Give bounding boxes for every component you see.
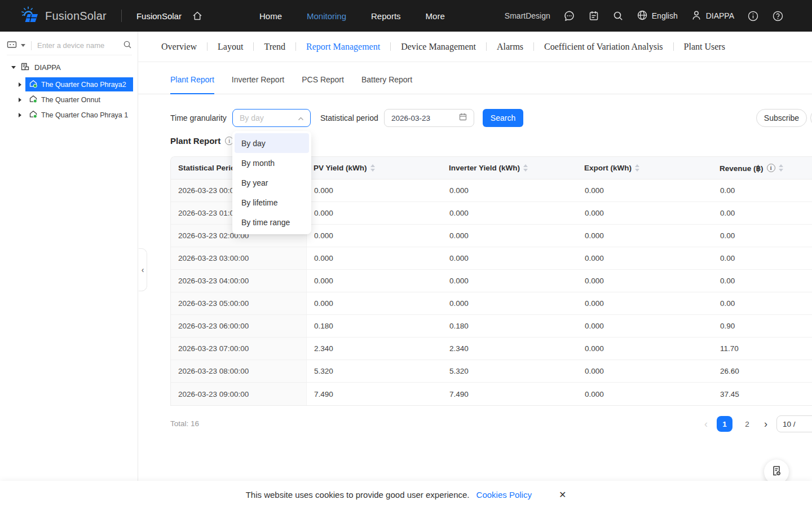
nav-menu-item[interactable]: More [426, 11, 445, 21]
chevron-up-icon [298, 113, 304, 123]
plant-name: The Quarter Onnut [41, 96, 100, 104]
prev-page-button[interactable]: ‹ [702, 418, 710, 430]
column-label: Revenue (฿) [720, 164, 764, 173]
cookie-banner: This website uses cookies to provide goo… [0, 481, 812, 508]
cell-inverter-yield: 0.180 [442, 315, 577, 337]
plant-tab[interactable]: Report Management [285, 42, 380, 52]
cookies-policy-link[interactable]: Cookies Policy [476, 490, 532, 500]
total-count: Total: 16 [170, 415, 199, 433]
cell-pv-yield: 0.000 [307, 179, 442, 202]
device-search-input[interactable]: Enter a device name [37, 41, 120, 50]
column-label: PV Yield (kWh) [314, 164, 367, 172]
dropdown-option[interactable]: By day [235, 133, 309, 153]
plant-tab[interactable]: Trend [243, 42, 285, 52]
sort-icon[interactable] [523, 164, 528, 172]
subscribe-button[interactable]: Subscribe [756, 109, 807, 127]
plant-item[interactable]: The Quarter Chao Phraya 1 [25, 108, 133, 122]
table-row[interactable]: 2026-03-23 07:00:00 2.340 2.340 0.000 11… [171, 338, 812, 360]
cell-export: 0.000 [577, 247, 713, 269]
cell-inverter-yield: 5.320 [442, 360, 577, 382]
chat-icon[interactable] [563, 10, 575, 22]
home-icon[interactable] [192, 10, 203, 21]
calendar-icon[interactable] [588, 10, 599, 21]
cell-statistical-period: 2026-03-23 03:00:00 [171, 247, 307, 269]
report-title: Plant Report [170, 136, 220, 146]
user-menu[interactable]: DIAPPA [691, 10, 734, 23]
dropdown-option[interactable]: By year [235, 173, 309, 192]
chevron-down-icon[interactable] [21, 44, 25, 47]
sidebar-search-icon[interactable] [123, 40, 132, 51]
pagination: ‹ 1 2 › 10 / [702, 415, 812, 433]
table-row[interactable]: 2026-03-23 05:00:00 0.000 0.000 0.000 0.… [171, 292, 812, 315]
tree-node-company[interactable]: DIAPPA [0, 60, 138, 75]
report-subtab[interactable]: PCS Report [302, 75, 344, 94]
column-label: Statistical Period [178, 164, 240, 172]
table-row[interactable]: 2026-03-23 04:00:00 0.000 0.000 0.000 0.… [171, 270, 812, 292]
sort-icon[interactable] [779, 164, 783, 172]
header-divider [121, 10, 122, 22]
help-icon[interactable] [772, 10, 784, 22]
table-header-cell: Export (kWh) i [577, 157, 712, 179]
cell-revenue: 0.00 [713, 179, 812, 202]
plant-item[interactable]: The Quarter Onnut [25, 93, 133, 107]
search-icon[interactable] [612, 10, 624, 21]
plant-tab[interactable]: Layout [197, 42, 243, 52]
plant-tab[interactable]: Plant Users [663, 42, 725, 52]
tree-collapse-icon[interactable] [19, 98, 21, 102]
language-label: English [652, 11, 678, 20]
close-icon[interactable]: ✕ [559, 489, 566, 500]
tree-expand-icon[interactable] [11, 66, 16, 69]
table-row[interactable]: 2026-03-23 08:00:00 5.320 5.320 0.000 26… [171, 360, 812, 383]
cell-revenue: 26.60 [713, 360, 812, 382]
cell-inverter-yield: 0.000 [442, 247, 577, 269]
plant-item[interactable]: The Quarter Chao Phraya2 [25, 77, 133, 91]
plant-tab[interactable]: Coefficient of Variation Analysis [523, 42, 663, 52]
plant-house-icon [29, 110, 38, 121]
page-size-select[interactable]: 10 / [776, 415, 812, 432]
device-type-icon[interactable] [7, 40, 17, 51]
sidebar-collapse-button[interactable]: ‹ [138, 248, 147, 291]
cell-inverter-yield: 0.000 [442, 225, 577, 247]
dropdown-option[interactable]: By time range [235, 212, 309, 232]
report-title-row: Plant Report i [170, 136, 233, 146]
plant-tabs: Overview Layout Trend Report Management … [138, 32, 812, 62]
nav-menu-item[interactable]: Home [259, 11, 282, 21]
plant-tab[interactable]: Overview [161, 42, 197, 52]
report-subtab[interactable]: Plant Report [170, 75, 214, 94]
nav-menu-item[interactable]: Monitoring [307, 11, 346, 21]
page-number-button[interactable]: 1 [717, 416, 732, 432]
search-button[interactable]: Search [483, 109, 523, 127]
report-subtab[interactable]: Battery Report [361, 75, 412, 94]
report-subtab[interactable]: Inverter Report [232, 75, 284, 94]
nav-menu-item[interactable]: Reports [371, 11, 401, 21]
table-row[interactable]: 2026-03-23 03:00:00 0.000 0.000 0.000 0.… [171, 247, 812, 270]
globe-icon [637, 10, 648, 23]
plant-tab[interactable]: Device Management [380, 42, 476, 52]
sort-icon[interactable] [635, 164, 639, 172]
cell-export: 0.000 [577, 202, 713, 224]
cell-pv-yield: 0.000 [307, 292, 442, 314]
cell-revenue: 37.45 [713, 383, 812, 405]
next-page-button[interactable]: › [762, 418, 770, 430]
statistical-period-input[interactable]: 2026-03-23 [384, 109, 474, 127]
smartdesign-link[interactable]: SmartDesign [505, 11, 550, 20]
language-selector[interactable]: English [637, 10, 678, 23]
table-row[interactable]: 2026-03-23 09:00:00 7.490 7.490 0.000 37… [171, 383, 812, 405]
column-info-icon[interactable]: i [767, 164, 775, 172]
tree-collapse-icon[interactable] [19, 113, 21, 117]
table-row[interactable]: 2026-03-23 06:00:00 0.180 0.180 0.000 0.… [171, 315, 812, 338]
info-icon[interactable] [747, 10, 759, 22]
dropdown-option[interactable]: By lifetime [235, 192, 309, 212]
time-granularity-select[interactable]: By day [232, 109, 311, 127]
cell-inverter-yield: 0.000 [442, 292, 577, 314]
page-number-button[interactable]: 2 [739, 416, 755, 432]
sort-icon[interactable] [370, 164, 375, 172]
plant-house-icon [29, 94, 38, 106]
cell-revenue: 0.00 [713, 292, 812, 314]
plant-tab[interactable]: Alarms [476, 42, 523, 52]
survey-icon [770, 465, 783, 479]
dropdown-option[interactable]: By month [235, 153, 309, 173]
cell-pv-yield: 0.000 [307, 270, 442, 292]
cell-pv-yield: 0.180 [307, 315, 442, 337]
tree-collapse-icon[interactable] [19, 82, 21, 87]
